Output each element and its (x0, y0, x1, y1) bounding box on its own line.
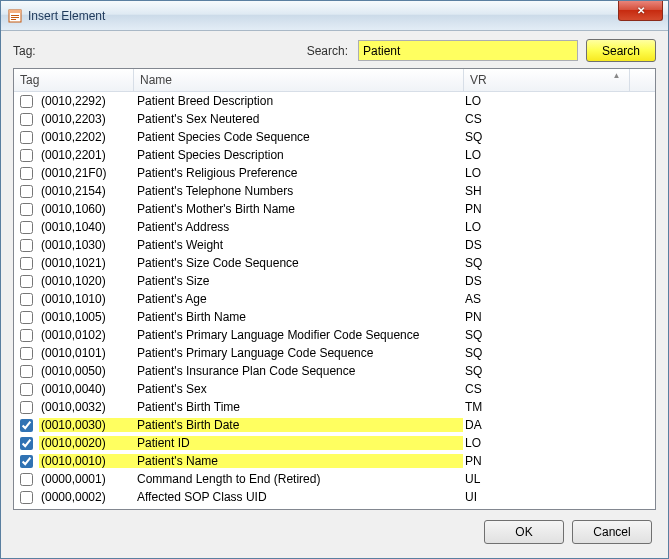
cell-name: Patient's Telephone Numbers (135, 184, 463, 198)
row-checkbox[interactable] (20, 149, 33, 162)
table-row[interactable]: (0010,0030)Patient's Birth DateDA (14, 416, 655, 434)
cell-name: Patient's Birth Date (135, 418, 463, 432)
cell-name: Affected SOP Class UID (135, 490, 463, 504)
svg-rect-2 (11, 15, 19, 16)
table-row[interactable]: (0010,2203)Patient's Sex NeuteredCS (14, 110, 655, 128)
table-row[interactable]: (0010,1010)Patient's AgeAS (14, 290, 655, 308)
row-checkbox[interactable] (20, 203, 33, 216)
cell-name: Patient Species Code Sequence (135, 130, 463, 144)
sort-indicator-icon[interactable]: ▲ (604, 69, 630, 91)
table-row[interactable]: (0010,0020)Patient IDLO (14, 434, 655, 452)
cell-vr: PN (463, 310, 583, 324)
cell-vr: LO (463, 94, 583, 108)
ok-button[interactable]: OK (484, 520, 564, 544)
top-row: Tag: Search: Search (13, 39, 656, 62)
dialog-content: Tag: Search: Search Tag Name VR ▲ (0010,… (1, 31, 668, 558)
cell-tag: (0010,2203) (39, 112, 135, 126)
cell-vr: SQ (463, 130, 583, 144)
cell-name: Patient's Birth Name (135, 310, 463, 324)
titlebar[interactable]: Insert Element ✕ (1, 1, 668, 31)
search-button[interactable]: Search (586, 39, 656, 62)
cell-tag: (0010,0050) (39, 364, 135, 378)
row-checkbox[interactable] (20, 365, 33, 378)
table-row[interactable]: (0010,2292)Patient Breed DescriptionLO (14, 92, 655, 110)
table-row[interactable]: (0010,1020)Patient's SizeDS (14, 272, 655, 290)
cell-tag: (0010,0101) (39, 346, 135, 360)
row-checkbox[interactable] (20, 491, 33, 504)
dialog-window: Insert Element ✕ Tag: Search: Search Tag… (0, 0, 669, 559)
row-checkbox[interactable] (20, 347, 33, 360)
column-header-vr[interactable]: VR (464, 69, 604, 91)
cell-vr: LO (463, 166, 583, 180)
table-row[interactable]: (0010,0032)Patient's Birth TimeTM (14, 398, 655, 416)
cell-name: Patient's Sex (135, 382, 463, 396)
cell-vr: SQ (463, 346, 583, 360)
row-checkbox[interactable] (20, 257, 33, 270)
cell-name: Patient's Religious Preference (135, 166, 463, 180)
row-checkbox[interactable] (20, 167, 33, 180)
cell-vr: DA (463, 418, 583, 432)
table-row[interactable]: (0010,2202)Patient Species Code Sequence… (14, 128, 655, 146)
cell-tag: (0010,0040) (39, 382, 135, 396)
cell-vr: CS (463, 112, 583, 126)
cell-name: Patient's Weight (135, 238, 463, 252)
table-row[interactable]: (0010,0102)Patient's Primary Language Mo… (14, 326, 655, 344)
table-row[interactable]: (0010,21F0)Patient's Religious Preferenc… (14, 164, 655, 182)
table-row[interactable]: (0010,2154)Patient's Telephone NumbersSH (14, 182, 655, 200)
list-body[interactable]: (0010,2292)Patient Breed DescriptionLO(0… (14, 92, 655, 509)
cell-vr: DS (463, 238, 583, 252)
row-checkbox[interactable] (20, 95, 33, 108)
table-row[interactable]: (0010,1040)Patient's AddressLO (14, 218, 655, 236)
cell-vr: LO (463, 148, 583, 162)
cell-tag: (0010,2154) (39, 184, 135, 198)
cell-tag: (0010,0032) (39, 400, 135, 414)
cell-name: Patient's Address (135, 220, 463, 234)
row-checkbox[interactable] (20, 113, 33, 126)
row-checkbox[interactable] (20, 329, 33, 342)
svg-rect-3 (11, 17, 19, 18)
table-row[interactable]: (0010,0040)Patient's SexCS (14, 380, 655, 398)
table-row[interactable]: (0010,1060)Patient's Mother's Birth Name… (14, 200, 655, 218)
row-checkbox[interactable] (20, 473, 33, 486)
cell-tag: (0000,0002) (39, 490, 135, 504)
cell-tag: (0010,1060) (39, 202, 135, 216)
close-button[interactable]: ✕ (618, 1, 663, 21)
row-checkbox[interactable] (20, 131, 33, 144)
cell-name: Patient's Birth Time (135, 400, 463, 414)
cell-vr: UL (463, 472, 583, 486)
row-checkbox[interactable] (20, 383, 33, 396)
row-checkbox[interactable] (20, 311, 33, 324)
cell-name: Patient's Primary Language Modifier Code… (135, 328, 463, 342)
app-icon (7, 8, 23, 24)
column-header-name[interactable]: Name (134, 69, 464, 91)
list-header: Tag Name VR ▲ (14, 69, 655, 92)
table-row[interactable]: (0010,0010)Patient's NamePN (14, 452, 655, 470)
cell-tag: (0010,0010) (39, 454, 135, 468)
row-checkbox[interactable] (20, 185, 33, 198)
column-header-tag[interactable]: Tag (14, 69, 134, 91)
cell-vr: SH (463, 184, 583, 198)
table-row[interactable]: (0010,2201)Patient Species DescriptionLO (14, 146, 655, 164)
table-row[interactable]: (0010,1030)Patient's WeightDS (14, 236, 655, 254)
table-row[interactable]: (0010,1005)Patient's Birth NamePN (14, 308, 655, 326)
cell-tag: (0010,2202) (39, 130, 135, 144)
cell-tag: (0010,1010) (39, 292, 135, 306)
cell-vr: CS (463, 382, 583, 396)
cancel-button[interactable]: Cancel (572, 520, 652, 544)
table-row[interactable]: (0010,1021)Patient's Size Code SequenceS… (14, 254, 655, 272)
row-checkbox[interactable] (20, 239, 33, 252)
row-checkbox[interactable] (20, 401, 33, 414)
table-row[interactable]: (0000,0001)Command Length to End (Retire… (14, 470, 655, 488)
tag-label: Tag: (13, 44, 36, 58)
search-input[interactable] (358, 40, 578, 61)
row-checkbox[interactable] (20, 221, 33, 234)
row-checkbox[interactable] (20, 455, 33, 468)
row-checkbox[interactable] (20, 293, 33, 306)
table-row[interactable]: (0000,0002)Affected SOP Class UIDUI (14, 488, 655, 506)
row-checkbox[interactable] (20, 437, 33, 450)
cell-vr: PN (463, 454, 583, 468)
row-checkbox[interactable] (20, 275, 33, 288)
row-checkbox[interactable] (20, 419, 33, 432)
table-row[interactable]: (0010,0101)Patient's Primary Language Co… (14, 344, 655, 362)
table-row[interactable]: (0010,0050)Patient's Insurance Plan Code… (14, 362, 655, 380)
